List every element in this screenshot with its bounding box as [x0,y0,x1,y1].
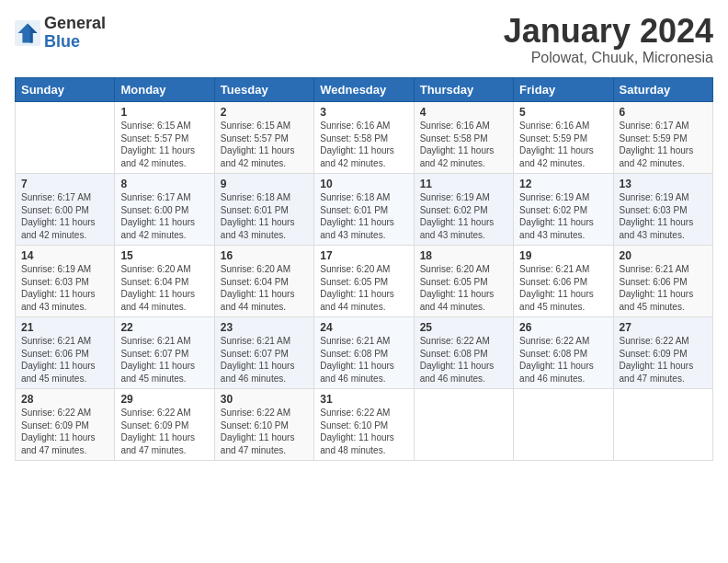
calendar-cell: 6Sunrise: 6:17 AM Sunset: 5:59 PM Daylig… [613,102,712,174]
calendar-cell: 31Sunrise: 6:22 AM Sunset: 6:10 PM Dayli… [314,389,414,461]
calendar-cell: 24Sunrise: 6:21 AM Sunset: 6:08 PM Dayli… [314,317,414,389]
col-friday: Friday [514,78,613,102]
day-info: Sunrise: 6:20 AM Sunset: 6:05 PM Dayligh… [320,263,407,313]
day-number: 28 [21,393,108,406]
day-number: 22 [120,321,208,334]
calendar-cell [613,389,712,461]
calendar-container: General Blue January 2024 Polowat, Chuuk… [0,0,728,468]
day-number: 29 [120,393,208,406]
calendar-cell: 18Sunrise: 6:20 AM Sunset: 6:05 PM Dayli… [414,246,513,317]
calendar-week-2: 7Sunrise: 6:17 AM Sunset: 6:00 PM Daylig… [16,174,713,246]
col-monday: Monday [115,78,214,102]
day-number: 21 [21,321,108,334]
logo-blue: Blue [44,33,106,52]
day-number: 11 [420,178,507,190]
day-number: 15 [120,249,208,262]
calendar-header: General Blue January 2024 Polowat, Chuuk… [15,15,713,66]
day-info: Sunrise: 6:15 AM Sunset: 5:57 PM Dayligh… [221,120,308,169]
day-number: 3 [320,106,407,119]
col-saturday: Saturday [613,78,712,102]
day-number: 5 [519,106,607,119]
calendar-cell: 8Sunrise: 6:17 AM Sunset: 6:00 PM Daylig… [115,174,214,246]
logo-text: General Blue [44,15,106,52]
day-info: Sunrise: 6:18 AM Sunset: 6:01 PM Dayligh… [320,191,407,241]
calendar-cell: 23Sunrise: 6:21 AM Sunset: 6:07 PM Dayli… [214,317,313,389]
day-info: Sunrise: 6:21 AM Sunset: 6:07 PM Dayligh… [221,335,308,385]
day-number: 23 [221,321,308,334]
day-info: Sunrise: 6:22 AM Sunset: 6:10 PM Dayligh… [320,407,407,456]
day-number: 16 [221,249,308,262]
calendar-week-1: 1Sunrise: 6:15 AM Sunset: 5:57 PM Daylig… [16,102,713,174]
day-info: Sunrise: 6:22 AM Sunset: 6:08 PM Dayligh… [519,335,607,385]
day-info: Sunrise: 6:21 AM Sunset: 6:06 PM Dayligh… [519,263,607,313]
day-info: Sunrise: 6:22 AM Sunset: 6:09 PM Dayligh… [120,407,208,456]
day-info: Sunrise: 6:19 AM Sunset: 6:02 PM Dayligh… [519,191,607,241]
day-number: 27 [620,321,707,334]
calendar-cell: 21Sunrise: 6:21 AM Sunset: 6:06 PM Dayli… [16,317,115,389]
day-number: 31 [320,393,407,406]
calendar-cell [414,389,513,461]
day-number: 9 [221,178,308,190]
calendar-week-5: 28Sunrise: 6:22 AM Sunset: 6:09 PM Dayli… [16,389,713,461]
day-number: 2 [221,106,308,119]
day-number: 20 [620,249,707,262]
calendar-table: Sunday Monday Tuesday Wednesday Thursday… [15,77,713,461]
calendar-cell: 12Sunrise: 6:19 AM Sunset: 6:02 PM Dayli… [514,174,613,246]
calendar-cell: 2Sunrise: 6:15 AM Sunset: 5:57 PM Daylig… [214,102,313,174]
day-info: Sunrise: 6:21 AM Sunset: 6:06 PM Dayligh… [21,335,108,385]
col-thursday: Thursday [414,78,513,102]
day-number: 17 [320,249,407,262]
calendar-cell: 4Sunrise: 6:16 AM Sunset: 5:58 PM Daylig… [414,102,513,174]
day-info: Sunrise: 6:17 AM Sunset: 6:00 PM Dayligh… [120,191,208,241]
logo-general: General [44,15,106,33]
day-info: Sunrise: 6:22 AM Sunset: 6:09 PM Dayligh… [620,335,707,385]
day-info: Sunrise: 6:17 AM Sunset: 6:00 PM Dayligh… [21,191,108,241]
day-info: Sunrise: 6:21 AM Sunset: 6:06 PM Dayligh… [620,263,707,313]
day-number: 13 [620,178,707,190]
day-info: Sunrise: 6:22 AM Sunset: 6:09 PM Dayligh… [21,407,108,456]
col-tuesday: Tuesday [214,78,313,102]
day-number: 6 [620,106,707,119]
day-number: 26 [519,321,607,334]
location: Polowat, Chuuk, Micronesia [504,50,713,66]
calendar-cell: 7Sunrise: 6:17 AM Sunset: 6:00 PM Daylig… [16,174,115,246]
calendar-cell: 20Sunrise: 6:21 AM Sunset: 6:06 PM Dayli… [613,246,712,317]
col-sunday: Sunday [16,78,115,102]
calendar-cell: 16Sunrise: 6:20 AM Sunset: 6:04 PM Dayli… [214,246,313,317]
day-number: 24 [320,321,407,334]
calendar-week-4: 21Sunrise: 6:21 AM Sunset: 6:06 PM Dayli… [16,317,713,389]
day-number: 30 [221,393,308,406]
day-number: 14 [21,249,108,262]
logo: General Blue [15,15,106,52]
day-number: 1 [120,106,208,119]
day-number: 10 [320,178,407,190]
day-number: 4 [420,106,507,119]
day-info: Sunrise: 6:17 AM Sunset: 5:59 PM Dayligh… [620,120,707,169]
calendar-cell: 1Sunrise: 6:15 AM Sunset: 5:57 PM Daylig… [115,102,214,174]
day-info: Sunrise: 6:21 AM Sunset: 6:08 PM Dayligh… [320,335,407,385]
day-info: Sunrise: 6:22 AM Sunset: 6:08 PM Dayligh… [420,335,507,385]
day-info: Sunrise: 6:21 AM Sunset: 6:07 PM Dayligh… [120,335,208,385]
day-info: Sunrise: 6:20 AM Sunset: 6:05 PM Dayligh… [420,263,507,313]
day-info: Sunrise: 6:18 AM Sunset: 6:01 PM Dayligh… [221,191,308,241]
day-info: Sunrise: 6:20 AM Sunset: 6:04 PM Dayligh… [120,263,208,313]
day-info: Sunrise: 6:20 AM Sunset: 6:04 PM Dayligh… [221,263,308,313]
calendar-cell: 10Sunrise: 6:18 AM Sunset: 6:01 PM Dayli… [314,174,414,246]
day-info: Sunrise: 6:19 AM Sunset: 6:03 PM Dayligh… [21,263,108,313]
calendar-cell: 29Sunrise: 6:22 AM Sunset: 6:09 PM Dayli… [115,389,214,461]
logo-icon [15,20,40,46]
col-wednesday: Wednesday [314,78,414,102]
calendar-cell [514,389,613,461]
day-number: 25 [420,321,507,334]
title-section: January 2024 Polowat, Chuuk, Micronesia [504,15,713,66]
calendar-cell: 19Sunrise: 6:21 AM Sunset: 6:06 PM Dayli… [514,246,613,317]
day-info: Sunrise: 6:16 AM Sunset: 5:59 PM Dayligh… [519,120,607,169]
calendar-cell: 5Sunrise: 6:16 AM Sunset: 5:59 PM Daylig… [514,102,613,174]
calendar-cell: 27Sunrise: 6:22 AM Sunset: 6:09 PM Dayli… [613,317,712,389]
calendar-cell: 11Sunrise: 6:19 AM Sunset: 6:02 PM Dayli… [414,174,513,246]
calendar-cell [16,102,115,174]
calendar-cell: 25Sunrise: 6:22 AM Sunset: 6:08 PM Dayli… [414,317,513,389]
day-number: 19 [519,249,607,262]
calendar-cell: 28Sunrise: 6:22 AM Sunset: 6:09 PM Dayli… [16,389,115,461]
day-info: Sunrise: 6:22 AM Sunset: 6:10 PM Dayligh… [221,407,308,456]
